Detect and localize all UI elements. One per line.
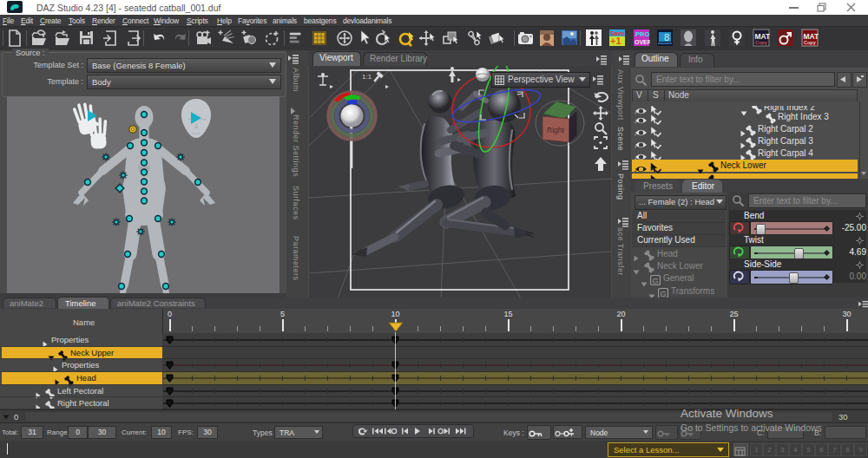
svg-text:Copy: Copy: [755, 40, 768, 45]
svg-text:G: G: [653, 277, 659, 285]
svg-text:8: 8: [664, 32, 669, 43]
svg-text:Copy: Copy: [804, 40, 817, 45]
svg-text:+1: +1: [610, 36, 621, 46]
svg-text:PRO: PRO: [635, 30, 649, 38]
svg-text:G: G: [661, 290, 667, 298]
svg-text:OVER: OVER: [635, 39, 650, 45]
svg-text:1:1: 1:1: [362, 73, 372, 81]
svg-text:Right: Right: [547, 126, 564, 134]
